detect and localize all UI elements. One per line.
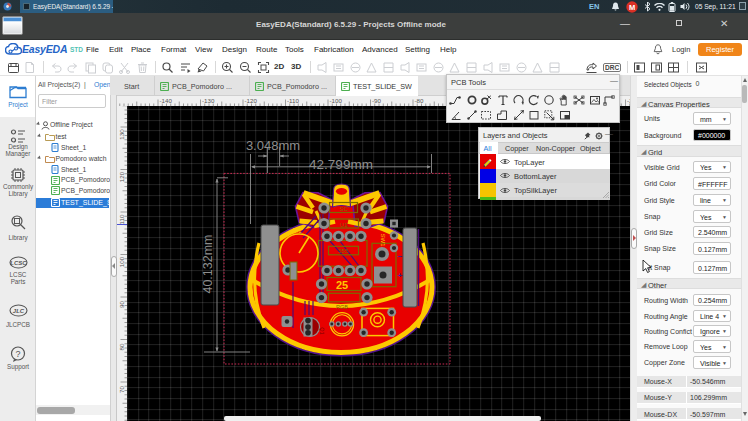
svg-text:100: 100 [118, 256, 125, 267]
svg-text:-140: -140 [160, 97, 173, 104]
svg-text:70: 70 [118, 386, 125, 393]
svg-text:555: 555 [338, 248, 349, 254]
svg-text:42.799mm: 42.799mm [309, 157, 373, 172]
svg-text:90: 90 [118, 301, 125, 308]
svg-text:M1: M1 [292, 227, 301, 234]
svg-text:80: 80 [118, 343, 125, 350]
svg-text:LCSC: LCSC [10, 260, 27, 266]
svg-text:25: 25 [336, 279, 348, 291]
svg-text:-80: -80 [415, 97, 425, 104]
svg-text:M: M [629, 2, 635, 11]
svg-text:-90: -90 [372, 97, 382, 104]
svg-text:-110: -110 [287, 97, 299, 104]
svg-text:130: 130 [118, 129, 125, 140]
svg-text:SW1: SW1 [380, 233, 386, 247]
svg-text:+: + [398, 271, 403, 280]
svg-text:120: 120 [118, 171, 125, 182]
svg-text:-100: -100 [330, 97, 343, 104]
svg-text:JLC: JLC [13, 308, 25, 314]
svg-text:−: − [398, 252, 403, 261]
svg-text:U1: U1 [340, 222, 348, 228]
svg-text:-120: -120 [245, 97, 258, 104]
svg-text:Q1: Q1 [319, 327, 325, 334]
svg-text:3.048mm: 3.048mm [246, 138, 300, 153]
svg-text:SC: SC [340, 206, 349, 212]
svg-text:?: ? [15, 349, 20, 359]
svg-text:-130: -130 [202, 97, 215, 104]
svg-text:40.132mm: 40.132mm [201, 234, 215, 293]
svg-text:RGB: RGB [336, 304, 348, 310]
